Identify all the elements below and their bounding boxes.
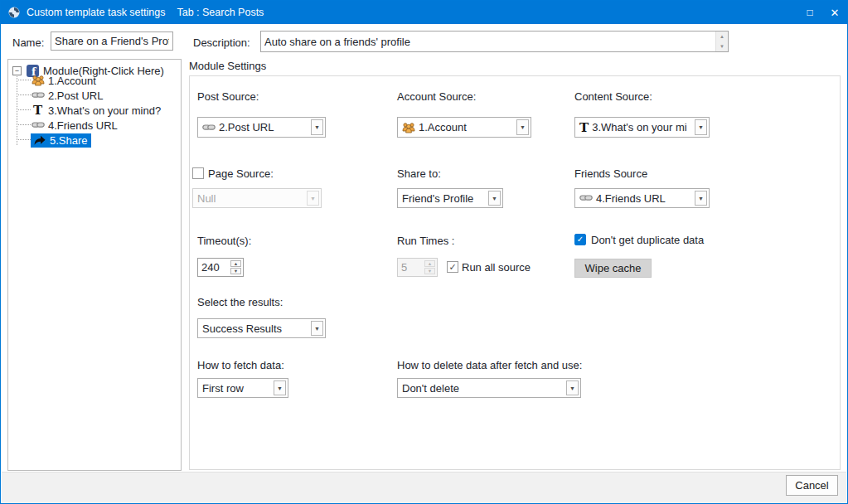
page-source-checkbox[interactable]: ✓ bbox=[192, 167, 204, 179]
tree-item-share[interactable]: 5.Share bbox=[31, 133, 91, 148]
friends-source-value: 4.Friends URL bbox=[596, 192, 666, 205]
delete-mode-combo[interactable]: Don't delete ▼ bbox=[397, 378, 581, 398]
tree-guide-line bbox=[17, 72, 17, 145]
content-source-label: Content Source: bbox=[574, 90, 652, 103]
tree-item-label: 5.Share bbox=[50, 134, 88, 147]
post-source-value: 2.Post URL bbox=[219, 121, 274, 133]
select-results-combo[interactable]: Success Results ▼ bbox=[197, 318, 326, 338]
description-input[interactable] bbox=[261, 32, 715, 51]
share-to-value: Friend's Profile bbox=[402, 192, 473, 205]
description-field-box: ▲ ▼ bbox=[260, 31, 729, 52]
app-icon bbox=[7, 6, 21, 19]
account-source-value: 1.Account bbox=[419, 121, 467, 133]
delete-mode-label: How to delete data after fetch and use: bbox=[397, 359, 582, 371]
window-tab-label: Tab : Search Posts bbox=[177, 7, 264, 18]
window-title: Custom template task settings bbox=[27, 7, 165, 18]
dropdown-arrow-icon[interactable]: ▼ bbox=[695, 191, 707, 206]
post-source-label: Post Source: bbox=[197, 90, 259, 103]
page-source-label: Page Source: bbox=[208, 167, 274, 180]
tree-item-account[interactable]: 1.Account bbox=[31, 73, 96, 88]
run-times-label: Run Times : bbox=[397, 235, 454, 247]
select-results-label: Select the results: bbox=[197, 296, 283, 308]
dropdown-arrow-icon: ▼ bbox=[307, 191, 319, 206]
dont-get-duplicate-label: Don't get duplicate data bbox=[591, 234, 704, 246]
tree-item-whats-on-your-mind[interactable]: T 3.What's on your mind? bbox=[31, 103, 161, 118]
dropdown-arrow-icon[interactable]: ▼ bbox=[311, 321, 323, 336]
dont-get-duplicate-checkbox[interactable]: ✓ bbox=[574, 234, 586, 245]
friends-source-label: Friends Source bbox=[574, 167, 647, 180]
dialog-window: Custom template task settings Tab : Sear… bbox=[0, 0, 848, 504]
page-source-combo: Null ▼ bbox=[192, 188, 322, 208]
scroll-down-icon[interactable]: ▼ bbox=[716, 41, 728, 51]
tree-collapse-icon[interactable]: − bbox=[12, 66, 22, 75]
tree-item-label: 4.Friends URL bbox=[48, 119, 118, 132]
delete-mode-value: Don't delete bbox=[402, 382, 459, 395]
dropdown-arrow-icon[interactable]: ▼ bbox=[516, 119, 529, 135]
tree-item-post-url[interactable]: 2.Post URL bbox=[31, 88, 103, 103]
content-source-value: 3.What's on your mi bbox=[592, 121, 686, 133]
spin-down-icon: ▼ bbox=[424, 268, 435, 274]
tree-item-label: 2.Post URL bbox=[48, 90, 103, 102]
fetch-mode-combo[interactable]: First row ▼ bbox=[197, 378, 288, 398]
spin-up-icon[interactable]: ▲ bbox=[230, 260, 241, 267]
title-bar: Custom template task settings Tab : Sear… bbox=[1, 1, 847, 24]
link-icon bbox=[202, 124, 216, 132]
dropdown-arrow-icon[interactable]: ▼ bbox=[566, 380, 579, 395]
close-icon: ✕ bbox=[831, 7, 840, 19]
name-field-box bbox=[51, 32, 173, 51]
dropdown-arrow-icon[interactable]: ▼ bbox=[274, 380, 286, 395]
maximize-icon: □ bbox=[807, 7, 812, 18]
description-label: Description: bbox=[193, 36, 250, 49]
page-source-value: Null bbox=[197, 192, 216, 205]
timeout-spinner[interactable]: 240 ▲ ▼ bbox=[197, 258, 244, 277]
description-scroll[interactable]: ▲ ▼ bbox=[715, 32, 728, 51]
spin-up-icon: ▲ bbox=[424, 260, 435, 267]
timeout-label: Timeout(s): bbox=[197, 235, 251, 247]
share-arrow-icon bbox=[32, 134, 46, 147]
content-source-combo[interactable]: T 3.What's on your mi ▼ bbox=[574, 117, 710, 138]
fetch-mode-label: How to fetch data: bbox=[197, 359, 284, 371]
dropdown-arrow-icon[interactable]: ▼ bbox=[695, 119, 707, 135]
select-results-value: Success Results bbox=[202, 322, 282, 335]
tree-item-friends-url[interactable]: 4.Friends URL bbox=[31, 118, 118, 133]
run-all-source-label: Run all source bbox=[462, 261, 531, 274]
run-times-spinner: 5 ▲ ▼ bbox=[397, 258, 438, 277]
module-tree: − f Module(Right-Click Here) 1.Account 2… bbox=[7, 59, 182, 471]
tree-item-label: 1.Account bbox=[48, 75, 96, 87]
wipe-cache-button[interactable]: Wipe cache bbox=[574, 259, 652, 278]
share-to-combo[interactable]: Friend's Profile ▼ bbox=[397, 188, 503, 208]
tree-item-label: 3.What's on your mind? bbox=[48, 104, 161, 117]
account-group-icon bbox=[31, 75, 45, 87]
share-to-label: Share to: bbox=[397, 167, 441, 180]
name-input[interactable] bbox=[51, 32, 172, 50]
module-settings-title: Module Settings bbox=[187, 60, 269, 72]
footer-bar bbox=[2, 472, 846, 503]
tree-selection-highlight: 5.Share bbox=[31, 133, 91, 148]
account-group-icon bbox=[402, 122, 415, 133]
text-icon: T bbox=[31, 104, 45, 117]
timeout-value: 240 bbox=[201, 261, 220, 274]
dropdown-arrow-icon[interactable]: ▼ bbox=[488, 191, 501, 206]
spin-down-icon[interactable]: ▼ bbox=[230, 268, 241, 274]
link-icon bbox=[579, 194, 593, 202]
account-source-combo[interactable]: 1.Account ▼ bbox=[397, 117, 531, 138]
run-all-source-checkbox[interactable]: ✓ bbox=[447, 261, 458, 273]
scroll-up-icon[interactable]: ▲ bbox=[716, 32, 728, 41]
link-icon bbox=[31, 119, 45, 132]
run-times-value: 5 bbox=[401, 261, 407, 274]
fetch-mode-value: First row bbox=[202, 382, 244, 395]
account-source-label: Account Source: bbox=[397, 90, 476, 103]
close-button[interactable]: ✕ bbox=[822, 1, 847, 24]
post-source-combo[interactable]: 2.Post URL ▼ bbox=[197, 117, 326, 138]
name-label: Name: bbox=[12, 36, 44, 49]
dropdown-arrow-icon[interactable]: ▼ bbox=[311, 119, 323, 135]
cancel-button[interactable]: Cancel bbox=[786, 475, 838, 496]
maximize-button[interactable]: □ bbox=[797, 1, 822, 24]
text-icon: T bbox=[579, 120, 589, 135]
link-icon bbox=[31, 90, 45, 102]
friends-source-combo[interactable]: 4.Friends URL ▼ bbox=[574, 188, 710, 208]
